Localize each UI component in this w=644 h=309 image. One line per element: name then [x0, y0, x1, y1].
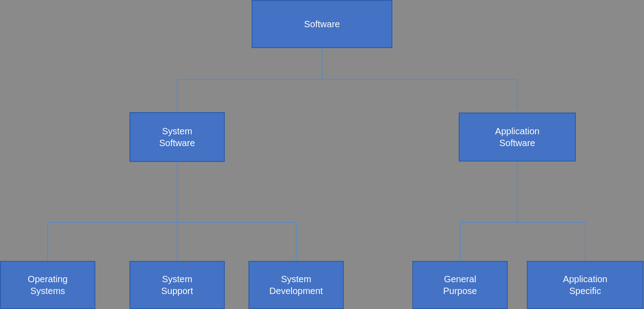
application-software-label: ApplicationSoftware — [495, 125, 540, 149]
system-development-node: SystemDevelopment — [248, 261, 344, 309]
system-software-label: SystemSoftware — [159, 125, 195, 149]
general-purpose-node: GeneralPurpose — [412, 261, 508, 309]
system-support-node: SystemSupport — [129, 261, 225, 309]
diagram: Software SystemSoftware ApplicationSoftw… — [0, 0, 644, 309]
software-node: Software — [252, 0, 392, 48]
system-development-label: SystemDevelopment — [269, 273, 323, 297]
system-software-node: SystemSoftware — [129, 112, 225, 162]
general-purpose-label: GeneralPurpose — [443, 273, 477, 297]
application-specific-label: ApplicationSpecific — [563, 273, 608, 297]
system-support-label: SystemSupport — [161, 273, 193, 297]
operating-systems-label: OperatingSystems — [28, 273, 68, 297]
application-software-node: ApplicationSoftware — [459, 113, 576, 162]
software-label: Software — [304, 18, 340, 30]
operating-systems-node: OperatingSystems — [0, 261, 95, 309]
application-specific-node: ApplicationSpecific — [527, 261, 644, 309]
